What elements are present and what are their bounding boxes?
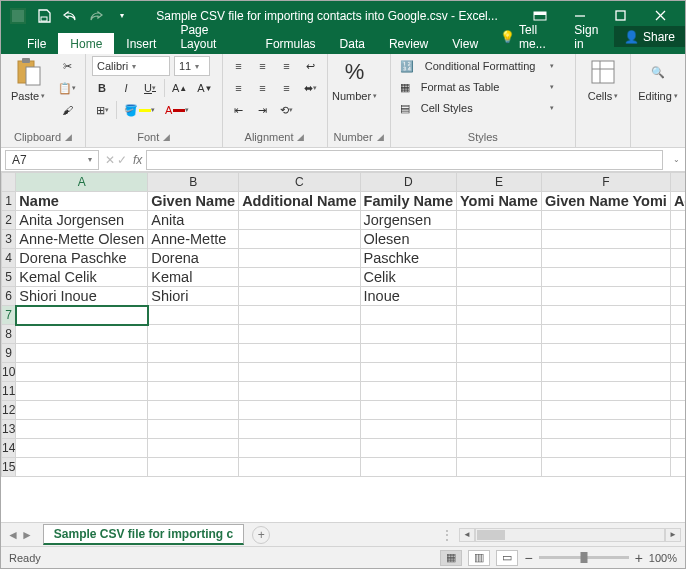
- cell[interactable]: [239, 420, 360, 439]
- cell[interactable]: [457, 268, 542, 287]
- cell[interactable]: [457, 230, 542, 249]
- row-header[interactable]: 3: [2, 230, 16, 249]
- cell[interactable]: [541, 230, 670, 249]
- tab-review[interactable]: Review: [377, 33, 440, 54]
- page-layout-view-button[interactable]: ▥: [468, 550, 490, 566]
- zoom-out-button[interactable]: −: [524, 550, 532, 566]
- row-header[interactable]: 2: [2, 211, 16, 230]
- cell[interactable]: [16, 306, 148, 325]
- cell[interactable]: [457, 401, 542, 420]
- cell[interactable]: [670, 230, 685, 249]
- cell[interactable]: [148, 344, 239, 363]
- tell-me[interactable]: 💡Tell me...: [490, 19, 564, 54]
- wrap-text-button[interactable]: ↩: [301, 56, 321, 76]
- cell[interactable]: [360, 458, 456, 477]
- decrease-indent-button[interactable]: ⇤: [229, 100, 249, 120]
- shrink-font-button[interactable]: A▼: [194, 78, 215, 98]
- cell[interactable]: [670, 458, 685, 477]
- cell[interactable]: Name: [16, 192, 148, 211]
- cell[interactable]: [457, 439, 542, 458]
- cell[interactable]: [148, 363, 239, 382]
- align-left-button[interactable]: ≡: [229, 78, 249, 98]
- col-header[interactable]: A: [16, 173, 148, 192]
- cell[interactable]: [360, 439, 456, 458]
- cell[interactable]: [457, 306, 542, 325]
- cell[interactable]: [670, 249, 685, 268]
- paste-button[interactable]: Paste▾: [7, 56, 49, 120]
- fill-color-button[interactable]: 🪣▾: [121, 100, 158, 120]
- cell[interactable]: [239, 249, 360, 268]
- sheet-nav-prev-icon[interactable]: ◄: [7, 528, 19, 542]
- alignment-launcher-icon[interactable]: ◢: [297, 132, 304, 142]
- increase-indent-button[interactable]: ⇥: [253, 100, 273, 120]
- scroll-right-button[interactable]: ►: [665, 528, 681, 542]
- grow-font-button[interactable]: A▲: [169, 78, 190, 98]
- cell[interactable]: [148, 439, 239, 458]
- cell[interactable]: [239, 363, 360, 382]
- row-header[interactable]: 9: [2, 344, 16, 363]
- cell[interactable]: [239, 401, 360, 420]
- col-header[interactable]: F: [541, 173, 670, 192]
- row-header[interactable]: 6: [2, 287, 16, 306]
- cell[interactable]: [670, 306, 685, 325]
- cell[interactable]: [360, 325, 456, 344]
- cell[interactable]: [239, 211, 360, 230]
- cell[interactable]: [360, 401, 456, 420]
- cell[interactable]: Paschke: [360, 249, 456, 268]
- editing-button[interactable]: 🔍 Editing▾: [637, 56, 679, 102]
- cell[interactable]: Given Name: [148, 192, 239, 211]
- cell[interactable]: Kemal Celik: [16, 268, 148, 287]
- col-header[interactable]: E: [457, 173, 542, 192]
- borders-button[interactable]: ⊞▾: [92, 100, 112, 120]
- row-header[interactable]: 10: [2, 363, 16, 382]
- sheet-tab-active[interactable]: Sample CSV file for importing c: [43, 524, 244, 545]
- row-header[interactable]: 4: [2, 249, 16, 268]
- cell[interactable]: Yomi Name: [457, 192, 542, 211]
- cell[interactable]: Jorgensen: [360, 211, 456, 230]
- cell[interactable]: [670, 211, 685, 230]
- cell[interactable]: [541, 325, 670, 344]
- cell[interactable]: Anne-Mette Olesen: [16, 230, 148, 249]
- cell[interactable]: Shiori: [148, 287, 239, 306]
- cell-styles-button[interactable]: ▤ Cell Styles▾: [397, 98, 557, 118]
- cell[interactable]: [541, 439, 670, 458]
- tab-insert[interactable]: Insert: [114, 33, 168, 54]
- cell[interactable]: [239, 325, 360, 344]
- cell[interactable]: [541, 344, 670, 363]
- font-launcher-icon[interactable]: ◢: [163, 132, 170, 142]
- cell[interactable]: [239, 382, 360, 401]
- font-name-combo[interactable]: Calibri▾: [92, 56, 170, 76]
- row-header[interactable]: 14: [2, 439, 16, 458]
- font-size-combo[interactable]: 11▾: [174, 56, 210, 76]
- cell[interactable]: [457, 458, 542, 477]
- cell[interactable]: [148, 306, 239, 325]
- cell[interactable]: [16, 401, 148, 420]
- cell[interactable]: [239, 268, 360, 287]
- cell[interactable]: [16, 363, 148, 382]
- cell[interactable]: [457, 249, 542, 268]
- cell[interactable]: Family Name: [360, 192, 456, 211]
- undo-icon[interactable]: [59, 5, 81, 27]
- cell[interactable]: [360, 306, 456, 325]
- cell[interactable]: [239, 306, 360, 325]
- format-as-table-button[interactable]: ▦ Format as Table▾: [397, 77, 557, 97]
- cell[interactable]: Olesen: [360, 230, 456, 249]
- cell[interactable]: Inoue: [360, 287, 456, 306]
- cell[interactable]: [148, 401, 239, 420]
- row-header[interactable]: 5: [2, 268, 16, 287]
- cell[interactable]: Dorena: [148, 249, 239, 268]
- redo-icon[interactable]: [85, 5, 107, 27]
- col-header[interactable]: [670, 173, 685, 192]
- cell[interactable]: [360, 344, 456, 363]
- number-format-button[interactable]: % Number▾: [334, 56, 376, 102]
- fx-icon[interactable]: fx: [129, 153, 146, 167]
- cell[interactable]: [670, 439, 685, 458]
- cell[interactable]: [457, 344, 542, 363]
- cell[interactable]: [16, 382, 148, 401]
- conditional-formatting-button[interactable]: 🔢 Conditional Formatting▾: [397, 56, 557, 76]
- cell[interactable]: [148, 458, 239, 477]
- worksheet-grid[interactable]: ABCDEF1NameGiven NameAdditional NameFami…: [1, 172, 685, 522]
- align-bottom-button[interactable]: ≡: [277, 56, 297, 76]
- cell[interactable]: [148, 382, 239, 401]
- cell[interactable]: [670, 363, 685, 382]
